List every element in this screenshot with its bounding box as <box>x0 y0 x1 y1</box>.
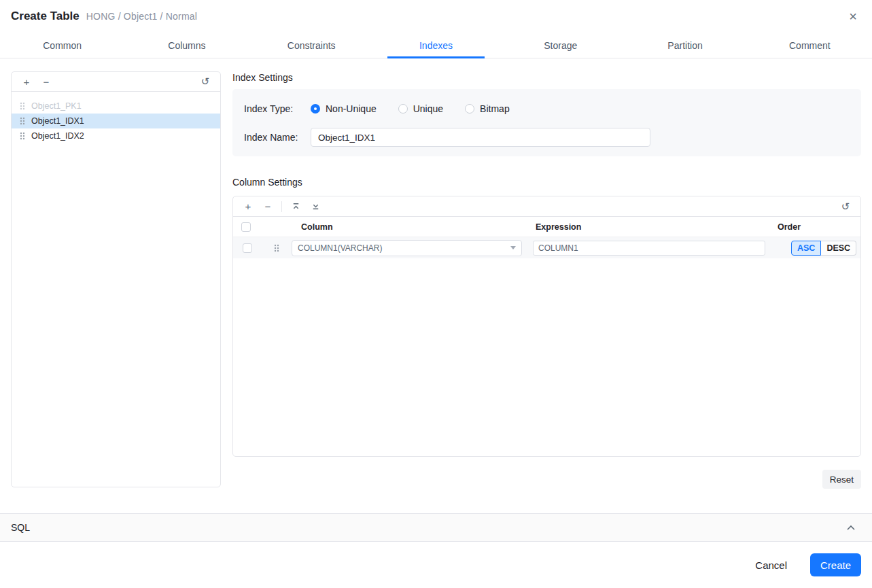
sql-section-bar[interactable]: SQL <box>0 513 872 542</box>
tab-partition[interactable]: Partition <box>623 33 747 58</box>
tab-common[interactable]: Common <box>0 33 124 58</box>
column-header: Column <box>290 222 531 232</box>
index-settings-title: Index Settings <box>232 72 293 83</box>
remove-index-button[interactable]: − <box>39 75 53 88</box>
dialog-footer: Cancel Create <box>0 542 872 588</box>
asc-button[interactable]: ASC <box>791 241 821 256</box>
radio-icon <box>311 104 320 114</box>
desc-button[interactable]: DESC <box>821 241 856 256</box>
list-item[interactable]: Object1_IDX1 <box>12 114 220 128</box>
column-settings-toolbar: + − ↺ <box>233 196 860 217</box>
column-table-header: Column Expression Order <box>233 217 860 237</box>
remove-column-button[interactable]: − <box>261 200 275 213</box>
sql-section-label: SQL <box>11 522 30 533</box>
radio-unique[interactable]: Unique <box>398 103 443 114</box>
index-name-input[interactable] <box>311 128 650 147</box>
close-icon[interactable]: × <box>845 8 861 24</box>
index-list-panel: + − ↺ Object1_PK1 Object1_IDX1 O <box>11 71 221 487</box>
tab-columns[interactable]: Columns <box>124 33 249 58</box>
drag-handle-icon <box>20 102 25 110</box>
reset-button[interactable]: Reset <box>822 470 861 489</box>
index-settings-panel: Index Type: Non-Unique Unique Bitmap Ind… <box>232 89 861 156</box>
add-column-button[interactable]: + <box>241 200 255 213</box>
index-item-label: Object1_PK1 <box>31 101 82 111</box>
breadcrumb: HONG / Object1 / Normal <box>86 11 197 22</box>
list-item[interactable]: Object1_PK1 <box>12 99 220 114</box>
order-toggle: ASC DESC <box>791 241 856 256</box>
create-button[interactable]: Create <box>810 553 861 576</box>
radio-bitmap[interactable]: Bitmap <box>465 103 510 114</box>
page-title: Create Table <box>11 10 80 23</box>
row-checkbox[interactable] <box>243 243 252 253</box>
expression-header: Expression <box>531 222 775 232</box>
index-item-label: Object1_IDX2 <box>31 131 84 141</box>
expression-input[interactable] <box>533 241 765 256</box>
index-type-radio-group: Non-Unique Unique Bitmap <box>311 103 531 114</box>
cancel-button[interactable]: Cancel <box>755 559 787 571</box>
drag-handle-icon <box>20 117 25 125</box>
column-settings-title: Column Settings <box>232 177 302 188</box>
select-all-checkbox[interactable] <box>241 222 251 232</box>
reset-index-list-icon[interactable]: ↺ <box>198 75 212 88</box>
radio-icon <box>398 104 408 114</box>
table-row: COLUMN1(VARCHAR) ASC DESC <box>233 237 860 258</box>
tab-storage[interactable]: Storage <box>498 33 623 58</box>
move-to-top-icon[interactable] <box>289 200 302 213</box>
tab-indexes[interactable]: Indexes <box>374 33 498 58</box>
reset-columns-icon[interactable]: ↺ <box>839 200 852 213</box>
move-to-bottom-icon[interactable] <box>309 200 322 213</box>
create-table-dialog: Create Table HONG / Object1 / Normal × C… <box>0 0 872 588</box>
dropdown-caret-icon <box>510 246 516 249</box>
add-index-button[interactable]: + <box>20 75 33 88</box>
list-item[interactable]: Object1_IDX2 <box>12 128 220 143</box>
radio-icon <box>465 104 474 114</box>
order-header: Order <box>775 222 860 232</box>
index-list-toolbar: + − ↺ <box>12 72 220 92</box>
index-name-label: Index Name: <box>244 132 311 143</box>
drag-handle-icon <box>20 132 25 140</box>
chevron-up-icon[interactable] <box>846 521 856 534</box>
column-select-value: COLUMN1(VARCHAR) <box>298 243 506 253</box>
index-list: Object1_PK1 Object1_IDX1 Object1_IDX2 <box>12 92 220 143</box>
tab-comment[interactable]: Comment <box>748 33 872 58</box>
index-item-label: Object1_IDX1 <box>31 116 84 126</box>
tab-bar: Common Columns Constraints Indexes Stora… <box>0 33 872 58</box>
column-settings-panel: + − ↺ Column Expression Order <box>232 196 861 457</box>
index-type-label: Index Type: <box>244 103 311 114</box>
tab-constraints[interactable]: Constraints <box>249 33 374 58</box>
radio-non-unique[interactable]: Non-Unique <box>311 103 377 114</box>
drag-handle-icon <box>274 244 279 252</box>
column-select[interactable]: COLUMN1(VARCHAR) <box>292 240 522 256</box>
dialog-header: Create Table HONG / Object1 / Normal × <box>0 0 872 33</box>
toolbar-divider <box>281 201 282 212</box>
